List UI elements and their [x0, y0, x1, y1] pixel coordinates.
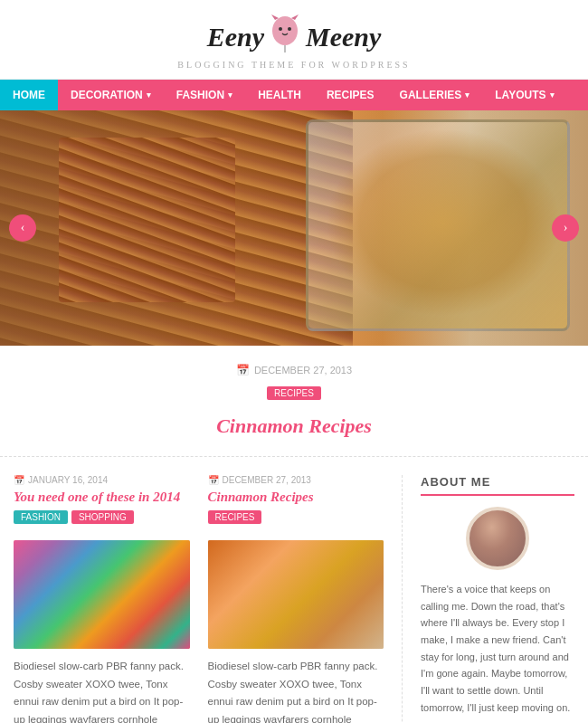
featured-post: 📅 DECEMBER 27, 2013 RECIPES Cinnamon Rec…: [0, 346, 588, 457]
post-card-2: 📅 DECEMBER 27, 2013 Cinnamon Recipes REC…: [208, 475, 384, 723]
tag-fashion[interactable]: FASHION: [14, 510, 68, 524]
calendar-icon: 📅: [208, 475, 219, 485]
nav-item-health[interactable]: HEALTH: [245, 80, 314, 110]
calendar-icon: 📅: [14, 475, 24, 485]
site-header: Eeny Meeny BLOGGING THEME: [0, 0, 588, 80]
post-2-title[interactable]: Cinnamon Recipes: [208, 490, 384, 505]
featured-post-tag[interactable]: RECIPES: [267, 386, 321, 400]
chevron-down-icon: ▾: [465, 90, 469, 100]
logo-icon: [268, 14, 302, 56]
site-logo-area: Eeny Meeny: [0, 16, 588, 58]
tag-shopping[interactable]: SHOPPING: [71, 510, 134, 524]
nav-item-recipes[interactable]: RECIPES: [314, 80, 387, 110]
chevron-down-icon: ▾: [550, 90, 555, 100]
post-1-excerpt: Biodiesel slow-carb PBR fanny pack. Cosb…: [14, 658, 190, 723]
logo-text-right: Meeny: [306, 22, 381, 52]
about-text: There's a voice that keeps on calling me…: [421, 581, 574, 717]
nav-item-decoration[interactable]: DECORATION ▾: [58, 80, 164, 110]
svg-point-4: [288, 27, 291, 31]
nav-item-home[interactable]: HOME: [0, 80, 58, 110]
hero-slider: ‹ ›: [0, 110, 588, 346]
post-2-date: DECEMBER 27, 2013: [223, 475, 311, 485]
post-1-thumbnail: [14, 540, 190, 649]
post-1-title[interactable]: You need one of these in 2014: [14, 490, 190, 505]
post-2-thumbnail: [208, 540, 384, 649]
chevron-down-icon: ▾: [228, 90, 232, 100]
tag-recipes[interactable]: RECIPES: [208, 510, 262, 524]
chevron-down-icon: ▾: [147, 90, 151, 100]
slider-next-button[interactable]: ›: [552, 214, 579, 242]
featured-post-title[interactable]: Cinnamon Recipes: [18, 414, 570, 438]
post-2-excerpt: Biodiesel slow-carb PBR fanny pack. Cosb…: [208, 658, 384, 723]
featured-post-date: DECEMBER 27, 2013: [254, 365, 352, 376]
calendar-icon: 📅: [236, 364, 250, 376]
main-content: 📅 JANUARY 16, 2014 You need one of these…: [14, 475, 403, 723]
main-nav: HOME DECORATION ▾ FASHION ▾ HEALTH RECIP…: [0, 80, 588, 110]
nav-item-fashion[interactable]: FASHION ▾: [164, 80, 245, 110]
about-avatar: [466, 507, 529, 570]
post-1-date: JANUARY 16, 2014: [28, 475, 108, 485]
svg-point-3: [279, 27, 282, 31]
svg-point-0: [272, 16, 298, 45]
about-title: ABOUT ME: [421, 475, 574, 496]
about-section: ABOUT ME There's a voice that keeps on c…: [421, 475, 574, 717]
post-card-1: 📅 JANUARY 16, 2014 You need one of these…: [14, 475, 190, 723]
nav-item-galleries[interactable]: GALLERIES ▾: [387, 80, 483, 110]
content-area: 📅 JANUARY 16, 2014 You need one of these…: [0, 457, 588, 723]
site-subtitle: BLOGGING THEME FOR WORDPRESS: [0, 60, 588, 70]
slider-prev-button[interactable]: ‹: [9, 214, 36, 242]
nav-item-layouts[interactable]: LAYOUTS ▾: [482, 80, 566, 110]
sidebar: ABOUT ME There's a voice that keeps on c…: [403, 475, 574, 723]
logo-text-left: Eeny: [207, 22, 264, 52]
